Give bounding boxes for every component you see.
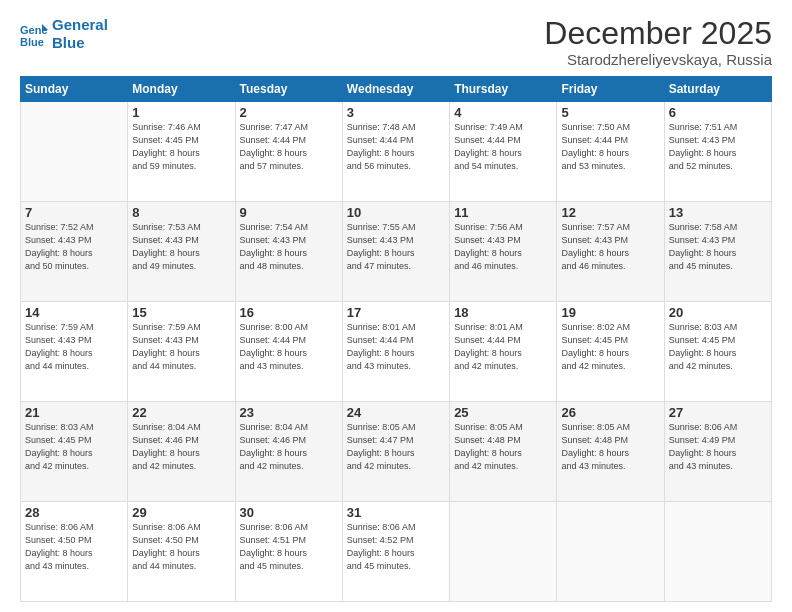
table-row: 6Sunrise: 7:51 AM Sunset: 4:43 PM Daylig… — [664, 102, 771, 202]
day-info: Sunrise: 8:04 AM Sunset: 4:46 PM Dayligh… — [240, 421, 338, 473]
day-info: Sunrise: 7:56 AM Sunset: 4:43 PM Dayligh… — [454, 221, 552, 273]
day-number: 29 — [132, 505, 230, 520]
day-number: 10 — [347, 205, 445, 220]
day-number: 23 — [240, 405, 338, 420]
day-info: Sunrise: 8:00 AM Sunset: 4:44 PM Dayligh… — [240, 321, 338, 373]
table-row: 25Sunrise: 8:05 AM Sunset: 4:48 PM Dayli… — [450, 402, 557, 502]
day-number: 16 — [240, 305, 338, 320]
day-info: Sunrise: 7:55 AM Sunset: 4:43 PM Dayligh… — [347, 221, 445, 273]
day-info: Sunrise: 8:06 AM Sunset: 4:50 PM Dayligh… — [25, 521, 123, 573]
calendar-week-2: 7Sunrise: 7:52 AM Sunset: 4:43 PM Daylig… — [21, 202, 772, 302]
table-row — [450, 502, 557, 602]
day-number: 19 — [561, 305, 659, 320]
table-row: 30Sunrise: 8:06 AM Sunset: 4:51 PM Dayli… — [235, 502, 342, 602]
day-info: Sunrise: 7:50 AM Sunset: 4:44 PM Dayligh… — [561, 121, 659, 173]
table-row: 31Sunrise: 8:06 AM Sunset: 4:52 PM Dayli… — [342, 502, 449, 602]
col-thursday: Thursday — [450, 77, 557, 102]
table-row: 22Sunrise: 8:04 AM Sunset: 4:46 PM Dayli… — [128, 402, 235, 502]
title-block: December 2025 Starodzhereliyevskaya, Rus… — [544, 16, 772, 68]
day-number: 4 — [454, 105, 552, 120]
table-row: 23Sunrise: 8:04 AM Sunset: 4:46 PM Dayli… — [235, 402, 342, 502]
svg-text:Blue: Blue — [20, 36, 44, 48]
day-info: Sunrise: 7:57 AM Sunset: 4:43 PM Dayligh… — [561, 221, 659, 273]
logo-text: GeneralBlue — [52, 16, 108, 52]
day-info: Sunrise: 7:48 AM Sunset: 4:44 PM Dayligh… — [347, 121, 445, 173]
table-row: 27Sunrise: 8:06 AM Sunset: 4:49 PM Dayli… — [664, 402, 771, 502]
table-row: 17Sunrise: 8:01 AM Sunset: 4:44 PM Dayli… — [342, 302, 449, 402]
day-number: 14 — [25, 305, 123, 320]
day-info: Sunrise: 7:49 AM Sunset: 4:44 PM Dayligh… — [454, 121, 552, 173]
table-row: 19Sunrise: 8:02 AM Sunset: 4:45 PM Dayli… — [557, 302, 664, 402]
table-row: 28Sunrise: 8:06 AM Sunset: 4:50 PM Dayli… — [21, 502, 128, 602]
day-info: Sunrise: 8:01 AM Sunset: 4:44 PM Dayligh… — [347, 321, 445, 373]
day-info: Sunrise: 8:06 AM Sunset: 4:51 PM Dayligh… — [240, 521, 338, 573]
col-sunday: Sunday — [21, 77, 128, 102]
table-row: 10Sunrise: 7:55 AM Sunset: 4:43 PM Dayli… — [342, 202, 449, 302]
table-row: 20Sunrise: 8:03 AM Sunset: 4:45 PM Dayli… — [664, 302, 771, 402]
table-row: 18Sunrise: 8:01 AM Sunset: 4:44 PM Dayli… — [450, 302, 557, 402]
col-saturday: Saturday — [664, 77, 771, 102]
table-row: 13Sunrise: 7:58 AM Sunset: 4:43 PM Dayli… — [664, 202, 771, 302]
day-info: Sunrise: 7:51 AM Sunset: 4:43 PM Dayligh… — [669, 121, 767, 173]
table-row: 2Sunrise: 7:47 AM Sunset: 4:44 PM Daylig… — [235, 102, 342, 202]
day-number: 20 — [669, 305, 767, 320]
day-info: Sunrise: 8:03 AM Sunset: 4:45 PM Dayligh… — [25, 421, 123, 473]
day-info: Sunrise: 7:58 AM Sunset: 4:43 PM Dayligh… — [669, 221, 767, 273]
col-friday: Friday — [557, 77, 664, 102]
day-info: Sunrise: 8:05 AM Sunset: 4:48 PM Dayligh… — [454, 421, 552, 473]
day-info: Sunrise: 7:52 AM Sunset: 4:43 PM Dayligh… — [25, 221, 123, 273]
table-row: 9Sunrise: 7:54 AM Sunset: 4:43 PM Daylig… — [235, 202, 342, 302]
calendar-header-row: Sunday Monday Tuesday Wednesday Thursday… — [21, 77, 772, 102]
day-number: 3 — [347, 105, 445, 120]
day-number: 17 — [347, 305, 445, 320]
day-number: 6 — [669, 105, 767, 120]
table-row — [557, 502, 664, 602]
table-row: 4Sunrise: 7:49 AM Sunset: 4:44 PM Daylig… — [450, 102, 557, 202]
day-info: Sunrise: 8:06 AM Sunset: 4:50 PM Dayligh… — [132, 521, 230, 573]
day-info: Sunrise: 8:01 AM Sunset: 4:44 PM Dayligh… — [454, 321, 552, 373]
day-number: 25 — [454, 405, 552, 420]
table-row: 15Sunrise: 7:59 AM Sunset: 4:43 PM Dayli… — [128, 302, 235, 402]
day-info: Sunrise: 8:03 AM Sunset: 4:45 PM Dayligh… — [669, 321, 767, 373]
header: General Blue GeneralBlue December 2025 S… — [20, 16, 772, 68]
day-number: 2 — [240, 105, 338, 120]
table-row: 29Sunrise: 8:06 AM Sunset: 4:50 PM Dayli… — [128, 502, 235, 602]
table-row: 3Sunrise: 7:48 AM Sunset: 4:44 PM Daylig… — [342, 102, 449, 202]
day-number: 27 — [669, 405, 767, 420]
day-number: 9 — [240, 205, 338, 220]
day-number: 8 — [132, 205, 230, 220]
table-row: 1Sunrise: 7:46 AM Sunset: 4:45 PM Daylig… — [128, 102, 235, 202]
table-row: 12Sunrise: 7:57 AM Sunset: 4:43 PM Dayli… — [557, 202, 664, 302]
day-number: 30 — [240, 505, 338, 520]
table-row: 8Sunrise: 7:53 AM Sunset: 4:43 PM Daylig… — [128, 202, 235, 302]
day-info: Sunrise: 8:02 AM Sunset: 4:45 PM Dayligh… — [561, 321, 659, 373]
page: General Blue GeneralBlue December 2025 S… — [0, 0, 792, 612]
calendar-week-4: 21Sunrise: 8:03 AM Sunset: 4:45 PM Dayli… — [21, 402, 772, 502]
day-info: Sunrise: 7:54 AM Sunset: 4:43 PM Dayligh… — [240, 221, 338, 273]
day-number: 1 — [132, 105, 230, 120]
day-info: Sunrise: 7:59 AM Sunset: 4:43 PM Dayligh… — [25, 321, 123, 373]
logo: General Blue GeneralBlue — [20, 16, 108, 52]
table-row: 24Sunrise: 8:05 AM Sunset: 4:47 PM Dayli… — [342, 402, 449, 502]
col-monday: Monday — [128, 77, 235, 102]
day-number: 28 — [25, 505, 123, 520]
day-info: Sunrise: 8:05 AM Sunset: 4:48 PM Dayligh… — [561, 421, 659, 473]
day-info: Sunrise: 7:46 AM Sunset: 4:45 PM Dayligh… — [132, 121, 230, 173]
day-info: Sunrise: 8:06 AM Sunset: 4:52 PM Dayligh… — [347, 521, 445, 573]
day-number: 5 — [561, 105, 659, 120]
calendar-table: Sunday Monday Tuesday Wednesday Thursday… — [20, 76, 772, 602]
day-number: 15 — [132, 305, 230, 320]
table-row — [664, 502, 771, 602]
day-number: 18 — [454, 305, 552, 320]
table-row: 5Sunrise: 7:50 AM Sunset: 4:44 PM Daylig… — [557, 102, 664, 202]
calendar-week-3: 14Sunrise: 7:59 AM Sunset: 4:43 PM Dayli… — [21, 302, 772, 402]
day-info: Sunrise: 7:53 AM Sunset: 4:43 PM Dayligh… — [132, 221, 230, 273]
table-row: 21Sunrise: 8:03 AM Sunset: 4:45 PM Dayli… — [21, 402, 128, 502]
day-number: 26 — [561, 405, 659, 420]
col-tuesday: Tuesday — [235, 77, 342, 102]
subtitle: Starodzhereliyevskaya, Russia — [544, 51, 772, 68]
day-info: Sunrise: 7:59 AM Sunset: 4:43 PM Dayligh… — [132, 321, 230, 373]
table-row: 11Sunrise: 7:56 AM Sunset: 4:43 PM Dayli… — [450, 202, 557, 302]
day-number: 11 — [454, 205, 552, 220]
table-row — [21, 102, 128, 202]
